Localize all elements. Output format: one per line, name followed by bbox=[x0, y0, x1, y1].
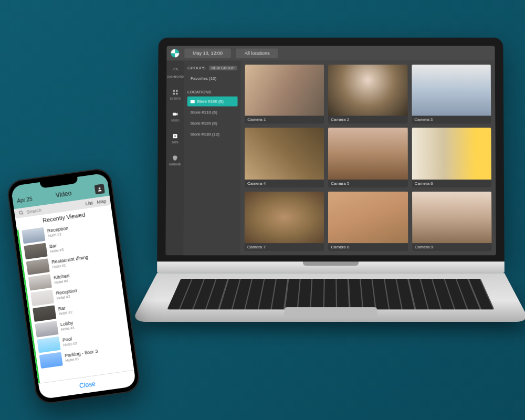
phone-screen: Apr 25 Video Search List Map Recently Vi… bbox=[10, 173, 136, 400]
nav-label: EVENTS bbox=[170, 97, 181, 100]
camera-label: Camera 6 bbox=[412, 180, 491, 187]
nav-label: DATA bbox=[172, 141, 178, 144]
camera-tile-5[interactable]: Camera 5 bbox=[328, 128, 407, 187]
camera-label: Camera 1 bbox=[245, 116, 324, 124]
app-topbar: May 10, 12:00 All locations bbox=[166, 46, 495, 61]
thumbnail bbox=[35, 321, 58, 338]
camera-tile-8[interactable]: Camera 8 bbox=[328, 192, 408, 251]
camera-grid: Camera 1 Camera 2 Camera 3 Camera 4 Came… bbox=[240, 60, 496, 255]
camera-label: Camera 8 bbox=[328, 243, 408, 251]
phone-profile-button[interactable] bbox=[94, 184, 105, 194]
laptop-keyboard bbox=[131, 273, 525, 322]
favorites-item[interactable]: Favorites (10) bbox=[187, 74, 238, 83]
camera-feed bbox=[328, 128, 407, 180]
camera-tile-6[interactable]: Camera 6 bbox=[412, 128, 491, 187]
camera-label: Camera 5 bbox=[328, 180, 407, 187]
search-placeholder: Search bbox=[26, 207, 42, 215]
nav-data[interactable]: DATA bbox=[171, 132, 178, 144]
nav-rail: DASHBOARD EVENTS VIDEO bbox=[165, 60, 184, 255]
thumbnail bbox=[26, 258, 50, 275]
svg-line-8 bbox=[22, 213, 23, 214]
nav-label: VIDEO bbox=[171, 119, 180, 122]
phone-body: Apr 25 Video Search List Map Recently Vi… bbox=[6, 167, 141, 405]
keyboard-keys bbox=[167, 279, 494, 310]
svg-rect-1 bbox=[176, 90, 178, 91]
camera-tile-2[interactable]: Camera 2 bbox=[328, 65, 407, 124]
laptop-screen: May 10, 12:00 All locations DASHBOARD bbox=[165, 46, 496, 256]
groups-heading: GROUPS bbox=[187, 66, 206, 70]
app-logo-icon bbox=[171, 49, 179, 57]
camera-feed bbox=[412, 128, 491, 180]
thumbnail bbox=[33, 305, 56, 322]
datetime-selector[interactable]: May 10, 12:00 bbox=[184, 48, 231, 58]
camera-label: Camera 7 bbox=[245, 243, 324, 251]
recently-viewed-list[interactable]: ReceptionHotel #1 BarHotel #3 Restaurant… bbox=[17, 216, 134, 383]
laptop-bezel: May 10, 12:00 All locations DASHBOARD bbox=[157, 38, 505, 262]
nav-label: DASHBOARD bbox=[167, 75, 184, 78]
dashboard-icon bbox=[172, 67, 179, 74]
tab-list[interactable]: List bbox=[85, 200, 93, 206]
camera-label: Camera 2 bbox=[328, 116, 407, 124]
thumbnail bbox=[24, 243, 47, 260]
location-item-store-100[interactable]: Store #100 (6) bbox=[187, 97, 238, 107]
search-icon bbox=[18, 210, 24, 216]
camera-feed bbox=[328, 192, 408, 243]
phone-title: Video bbox=[55, 190, 72, 199]
camera-feed bbox=[328, 65, 407, 116]
nav-events[interactable]: EVENTS bbox=[170, 89, 181, 100]
sidebar: GROUPS NEW GROUP Favorites (10) LOCATION… bbox=[183, 60, 240, 255]
phone-mockup: Apr 25 Video Search List Map Recently Vi… bbox=[6, 167, 141, 405]
camera-tile-3[interactable]: Camera 3 bbox=[412, 65, 491, 124]
tab-map[interactable]: Map bbox=[97, 198, 107, 205]
camera-feed bbox=[245, 192, 324, 243]
thumbnail bbox=[39, 352, 63, 369]
laptop-mockup: May 10, 12:00 All locations DASHBOARD bbox=[156, 38, 505, 348]
thumbnail bbox=[28, 274, 52, 291]
location-selector[interactable]: All locations bbox=[236, 48, 278, 58]
camera-tile-1[interactable]: Camera 1 bbox=[245, 65, 324, 124]
camera-label: Camera 3 bbox=[412, 116, 491, 124]
camera-feed bbox=[412, 65, 491, 116]
phone-date: Apr 25 bbox=[17, 196, 33, 204]
svg-rect-4 bbox=[173, 113, 176, 116]
svg-rect-3 bbox=[176, 93, 178, 94]
camera-feed bbox=[245, 65, 324, 116]
nav-video[interactable]: VIDEO bbox=[171, 111, 180, 122]
svg-rect-2 bbox=[173, 93, 175, 94]
svg-point-6 bbox=[99, 187, 101, 190]
nav-dashboard[interactable]: DASHBOARD bbox=[167, 67, 184, 78]
location-item-store-120[interactable]: Store #120 (8) bbox=[187, 118, 238, 128]
camera-tile-9[interactable]: Camera 9 bbox=[412, 192, 492, 251]
laptop-hinge bbox=[157, 261, 505, 273]
nav-manage[interactable]: MANAGE bbox=[169, 154, 181, 166]
new-group-button[interactable]: NEW GROUP bbox=[209, 66, 237, 70]
nav-label: MANAGE bbox=[169, 163, 181, 166]
svg-rect-0 bbox=[173, 90, 175, 91]
play-icon bbox=[172, 132, 179, 140]
grid-icon bbox=[172, 89, 179, 96]
camera-dot-icon bbox=[191, 100, 195, 103]
camera-feed bbox=[245, 128, 324, 180]
camera-tile-4[interactable]: Camera 4 bbox=[245, 128, 324, 187]
locations-heading: LOCATIONS bbox=[187, 90, 238, 94]
camera-tile-7[interactable]: Camera 7 bbox=[245, 192, 324, 251]
camera-label: Camera 9 bbox=[412, 243, 492, 251]
thumbnail bbox=[30, 290, 54, 307]
location-label: Store #100 (6) bbox=[197, 99, 224, 104]
location-item-store-130[interactable]: Store #130 (12) bbox=[187, 129, 237, 139]
trackpad bbox=[284, 307, 378, 317]
shield-icon bbox=[171, 154, 178, 162]
camera-icon bbox=[172, 111, 179, 118]
camera-feed bbox=[412, 192, 492, 243]
camera-label: Camera 4 bbox=[245, 180, 324, 187]
location-item-store-110[interactable]: Store #110 (6) bbox=[187, 108, 238, 118]
thumbnail bbox=[22, 227, 45, 244]
thumbnail bbox=[37, 337, 60, 353]
app-body: DASHBOARD EVENTS VIDEO bbox=[165, 60, 496, 255]
